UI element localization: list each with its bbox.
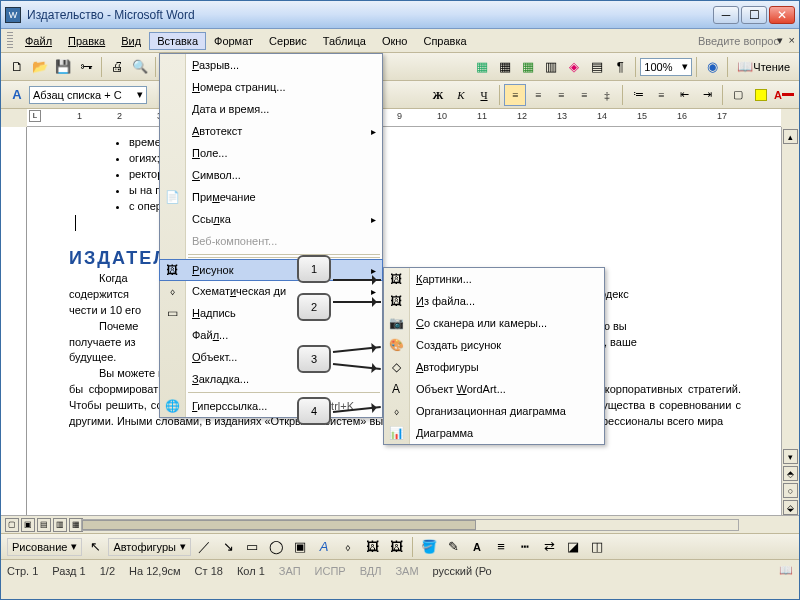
menu-format[interactable]: Формат [206, 32, 261, 50]
horizontal-scrollbar[interactable] [81, 519, 739, 531]
picture-menu-item[interactable]: AОбъект WordArt... [384, 378, 604, 400]
close-button[interactable]: ✕ [769, 6, 795, 24]
menu-help[interactable]: Справка [415, 32, 474, 50]
picture-menu-item[interactable]: 🖼Из файла... [384, 290, 604, 312]
menu-table[interactable]: Таблица [315, 32, 374, 50]
print-button[interactable]: 🖨 [106, 56, 128, 78]
bold-button[interactable]: Ж [427, 84, 449, 106]
insert-menu-item[interactable]: Веб-компонент... [160, 230, 382, 252]
view-print-button[interactable]: ▤ [37, 518, 51, 532]
vertical-scrollbar[interactable]: ▴ ▾ ⬘ ○ ⬙ [781, 127, 799, 515]
outdent-button[interactable]: ⇤ [673, 84, 695, 106]
clipart-tool[interactable]: 🖼 [361, 536, 383, 558]
maximize-button[interactable]: ☐ [741, 6, 767, 24]
status-ext[interactable]: ВДЛ [360, 565, 382, 577]
permissions-button[interactable]: 🗝 [75, 56, 97, 78]
vertical-ruler[interactable] [1, 127, 27, 515]
horizontal-ruler[interactable]: L 1234567891011121314151617 [27, 109, 781, 127]
styles-pane-button[interactable]: A [6, 84, 28, 106]
open-button[interactable]: 📂 [29, 56, 51, 78]
next-page-button[interactable]: ⬙ [783, 500, 798, 515]
rectangle-tool[interactable]: ▭ [241, 536, 263, 558]
mdi-restore-icon[interactable]: ▾ [777, 34, 783, 47]
line-tool[interactable]: ／ [193, 536, 215, 558]
align-left-button[interactable]: ≡ [504, 84, 526, 106]
preview-button[interactable]: 🔍 [129, 56, 151, 78]
line-color-button[interactable]: ✎ [442, 536, 464, 558]
insert-menu-item[interactable]: Символ... [160, 164, 382, 186]
align-justify-button[interactable]: ≡ [573, 84, 595, 106]
align-center-button[interactable]: ≡ [527, 84, 549, 106]
menu-window[interactable]: Окно [374, 32, 416, 50]
bullet-list-button[interactable]: ≡ [650, 84, 672, 106]
browse-object-button[interactable]: ○ [783, 483, 798, 498]
read-mode-button[interactable]: 📖 Чтение [732, 56, 795, 78]
picture-menu-item[interactable]: 🎨Создать рисунок [384, 334, 604, 356]
underline-button[interactable]: Ч [473, 84, 495, 106]
ask-question-box[interactable]: Введите вопрос [698, 35, 779, 47]
menu-tools[interactable]: Сервис [261, 32, 315, 50]
insert-menu-item[interactable]: Закладка... [160, 368, 382, 390]
picture-menu-item[interactable]: 🖼Картинки... [384, 268, 604, 290]
diagram-tool[interactable]: ⬨ [337, 536, 359, 558]
fill-color-button[interactable]: 🪣 [418, 536, 440, 558]
excel-button[interactable]: ▦ [517, 56, 539, 78]
insert-menu-item[interactable]: Файл... [160, 324, 382, 346]
prev-page-button[interactable]: ⬘ [783, 466, 798, 481]
view-normal-button[interactable]: ▢ [5, 518, 19, 532]
status-lang[interactable]: русский (Ро [433, 565, 492, 577]
show-marks-button[interactable]: ¶ [609, 56, 631, 78]
highlight-button[interactable] [750, 84, 772, 106]
insert-menu-item[interactable]: Дата и время... [160, 98, 382, 120]
menubar-grip[interactable] [7, 32, 13, 50]
border-button[interactable]: ▢ [727, 84, 749, 106]
align-right-button[interactable]: ≡ [550, 84, 572, 106]
insert-menu-item[interactable]: Автотекст▸ [160, 120, 382, 142]
status-ovr[interactable]: ЗАМ [395, 565, 418, 577]
picture-menu-item[interactable]: ◇Автофигуры [384, 356, 604, 378]
arrow-style-button[interactable]: ⇄ [538, 536, 560, 558]
mdi-close-icon[interactable]: × [789, 34, 795, 47]
docmap-button[interactable]: ▤ [586, 56, 608, 78]
autoshapes-menu[interactable]: Автофигуры▾ [108, 538, 191, 556]
menu-view[interactable]: Вид [113, 32, 149, 50]
arrow-tool[interactable]: ↘ [217, 536, 239, 558]
insert-menu-item[interactable]: 🖼Рисунок▸ [159, 259, 383, 281]
drawing-menu[interactable]: Рисование▾ [7, 538, 82, 556]
tables-button[interactable]: ▦ [471, 56, 493, 78]
line-style-button[interactable]: ≡ [490, 536, 512, 558]
shadow-button[interactable]: ◪ [562, 536, 584, 558]
menu-file[interactable]: Файл [17, 32, 60, 50]
style-combo[interactable]: Абзац списка + С▾ [29, 86, 147, 104]
hscroll-thumb[interactable] [82, 520, 476, 530]
wordart-tool[interactable]: A [313, 536, 335, 558]
dash-style-button[interactable]: ┅ [514, 536, 536, 558]
new-doc-button[interactable]: 🗋 [6, 56, 28, 78]
minimize-button[interactable]: ─ [713, 6, 739, 24]
insert-menu-item[interactable]: 📄Примечание [160, 186, 382, 208]
oval-tool[interactable]: ◯ [265, 536, 287, 558]
insert-menu-item[interactable]: Ссылка▸ [160, 208, 382, 230]
insert-menu-item[interactable]: Поле... [160, 142, 382, 164]
save-button[interactable]: 💾 [52, 56, 74, 78]
drawing-toggle[interactable]: ◈ [563, 56, 585, 78]
status-rec[interactable]: ЗАП [279, 565, 301, 577]
tab-selector[interactable]: L [29, 110, 41, 122]
insert-table-button[interactable]: ▦ [494, 56, 516, 78]
scroll-down-button[interactable]: ▾ [783, 449, 798, 464]
menu-insert[interactable]: Вставка [149, 32, 206, 50]
help-button[interactable]: ◉ [701, 56, 723, 78]
picture-menu-item[interactable]: ⬨Организационная диаграмма [384, 400, 604, 422]
insert-menu-item[interactable]: ⬨Схематическая ди▸ [160, 280, 382, 302]
scroll-up-button[interactable]: ▴ [783, 129, 798, 144]
zoom-combo[interactable]: 100%▾ [640, 58, 692, 76]
numbered-list-button[interactable]: ≔ [627, 84, 649, 106]
indent-button[interactable]: ⇥ [696, 84, 718, 106]
menu-edit[interactable]: Правка [60, 32, 113, 50]
font-color-draw-button[interactable]: A [466, 536, 488, 558]
3d-button[interactable]: ◫ [586, 536, 608, 558]
select-objects-button[interactable]: ↖ [84, 536, 106, 558]
status-track[interactable]: ИСПР [315, 565, 346, 577]
picture-tool[interactable]: 🖼 [385, 536, 407, 558]
insert-menu-item[interactable]: Разрыв... [160, 54, 382, 76]
